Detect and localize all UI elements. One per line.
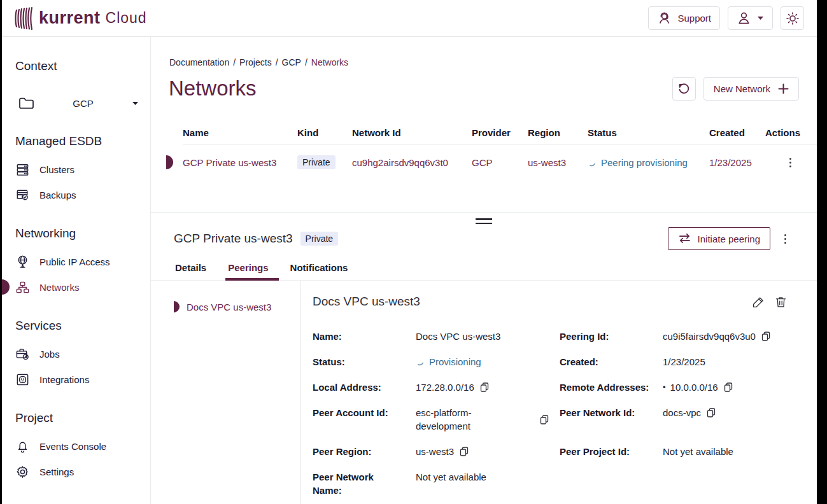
copy-icon[interactable]	[480, 382, 489, 392]
theme-toggle-button[interactable]	[781, 6, 804, 30]
globe-icon	[15, 255, 30, 269]
sidebar-heading-context: Context	[15, 59, 150, 74]
networks-icon	[15, 280, 30, 295]
tab-notifications[interactable]: Notifications	[289, 258, 350, 280]
breadcrumb-projects[interactable]: Projects	[239, 57, 272, 67]
sidebar-item-jobs[interactable]: Jobs	[15, 341, 150, 367]
sidebar-item-networks[interactable]: Networks	[15, 274, 150, 300]
copy-icon[interactable]	[707, 408, 716, 417]
initiate-peering-button[interactable]: Initiate peering	[668, 227, 770, 250]
field-value: Not yet available	[663, 445, 733, 458]
spinner-icon	[416, 358, 424, 366]
sidebar-section-networking: Networking Public IP Access	[15, 226, 150, 300]
app-window: kurrent Cloud Support	[2, 0, 817, 504]
table-header-row: Name Kind Network Id Provider Region Sta…	[183, 121, 817, 145]
breadcrumb-documentation[interactable]: Documentation	[169, 57, 229, 67]
edit-peering-button[interactable]	[752, 295, 765, 309]
field-label: Remote Addresses:	[560, 381, 663, 394]
main-content: Documentation/Projects/GCP/Networks Netw…	[151, 37, 817, 504]
kurrent-cloud-logo: kurrent Cloud	[15, 6, 147, 31]
copy-icon[interactable]	[540, 415, 549, 424]
sidebar-item-events-console[interactable]: Events Console	[15, 433, 150, 459]
sidebar-item-label: Events Console	[39, 441, 106, 452]
copy-icon[interactable]	[724, 382, 733, 392]
breadcrumb-networks: Networks	[311, 57, 348, 67]
table-row[interactable]: GCP Private us-west3 Private cu9hg2airsd…	[183, 145, 817, 179]
panel-kebab-menu[interactable]	[782, 232, 789, 246]
peering-item-label: Docs VPC us-west3	[187, 302, 271, 312]
sidebar-heading: Networking	[15, 226, 150, 241]
network-detail-panel: GCP Private us-west3 Private Initiate pe…	[151, 212, 817, 504]
logo-suffix-text: Cloud	[106, 10, 147, 27]
backups-icon	[15, 188, 30, 202]
field-peer-account-id: Peer Account Id: esc-platform-developmen…	[313, 406, 560, 433]
breadcrumb-gcp[interactable]: GCP	[282, 57, 301, 67]
delete-peering-button[interactable]	[774, 295, 788, 309]
sidebar-item-label: Clusters	[39, 164, 74, 175]
account-menu-button[interactable]	[728, 6, 773, 30]
field-value: 172.28.0.0/16	[416, 381, 474, 394]
field-value: docs-vpc	[663, 406, 701, 419]
peering-list-item[interactable]: Docs VPC us-west3	[151, 297, 300, 316]
breadcrumb: Documentation/Projects/GCP/Networks	[169, 57, 348, 67]
swap-arrows-icon	[678, 234, 691, 244]
panel-header: GCP Private us-west3 Private Initiate pe…	[151, 224, 817, 252]
sidebar-heading: Services	[15, 318, 150, 333]
context-selector[interactable]: GCP	[18, 91, 139, 115]
sun-icon	[785, 11, 800, 26]
tab-peerings[interactable]: Peerings	[227, 258, 269, 280]
bell-icon	[15, 439, 30, 454]
cell-status: Peering provisioning	[588, 157, 709, 168]
field-label: Peer Network Id:	[560, 406, 663, 419]
jobs-briefcase-icon	[15, 347, 30, 361]
sidebar-item-public-ip-access[interactable]: Public IP Access	[15, 249, 150, 274]
field-status: Status: Provisioning	[313, 355, 560, 368]
panel-header-actions: Initiate peering	[668, 227, 789, 250]
gear-icon	[15, 465, 30, 479]
field-label: Peer Project Id:	[560, 445, 663, 458]
networks-table: Name Kind Network Id Provider Region Sta…	[151, 121, 817, 179]
column-header-network-id: Network Id	[352, 127, 472, 138]
selected-row-indicator	[166, 155, 173, 169]
peering-fields: Name: Docs VPC us-west3 Peering Id: cu9i…	[313, 330, 788, 504]
field-value: Not yet available	[416, 470, 486, 484]
support-button[interactable]: Support	[648, 6, 720, 30]
top-bar: kurrent Cloud Support	[2, 0, 817, 37]
refresh-button[interactable]	[672, 77, 696, 101]
cell-created: 1/23/2025	[709, 157, 765, 168]
sidebar-section-project: Project Events Console	[15, 410, 150, 484]
selected-peering-indicator	[174, 301, 180, 312]
sidebar-item-label: Integrations	[39, 374, 89, 385]
panel-resize-handle[interactable]	[476, 218, 492, 224]
breadcrumb-separator: /	[233, 57, 236, 67]
new-network-button[interactable]: New Network	[703, 77, 799, 101]
row-actions-kebab[interactable]	[787, 155, 794, 170]
spinner-icon	[588, 158, 596, 167]
sidebar-item-integrations[interactable]: Integrations	[15, 367, 150, 392]
sidebar-item-settings[interactable]: Settings	[15, 459, 150, 484]
active-item-indicator	[2, 279, 10, 295]
field-label: Peering Id:	[560, 330, 663, 343]
peerings-content: Docs VPC us-west3 Docs VPC us-west3	[151, 281, 817, 504]
cell-name[interactable]: GCP Private us-west3	[183, 157, 297, 168]
field-value: 10.0.0.0/16	[670, 381, 718, 394]
sidebar-section-services: Services Jobs	[15, 318, 150, 392]
copy-icon[interactable]	[460, 447, 469, 456]
status-text: Peering provisioning	[601, 157, 688, 168]
field-label: Name:	[313, 330, 416, 343]
sidebar: Context GCP Managed ESDB	[2, 37, 151, 504]
sidebar-item-label: Public IP Access	[39, 256, 110, 267]
trash-icon	[774, 295, 788, 309]
sidebar-item-backups[interactable]: Backups	[15, 182, 150, 207]
field-label: Created:	[560, 355, 663, 368]
sidebar-item-clusters[interactable]: Clusters	[15, 157, 150, 182]
panel-kind-badge: Private	[300, 232, 339, 246]
sidebar-item-label: Backups	[39, 190, 76, 200]
column-header-status: Status	[588, 127, 709, 138]
cell-provider: GCP	[472, 157, 528, 168]
plus-icon	[778, 83, 789, 94]
topbar-actions: Support	[648, 6, 804, 30]
copy-icon[interactable]	[761, 332, 770, 341]
tab-details[interactable]: Details	[174, 258, 208, 280]
panel-tabs: Details Peerings Notifications	[151, 258, 817, 281]
